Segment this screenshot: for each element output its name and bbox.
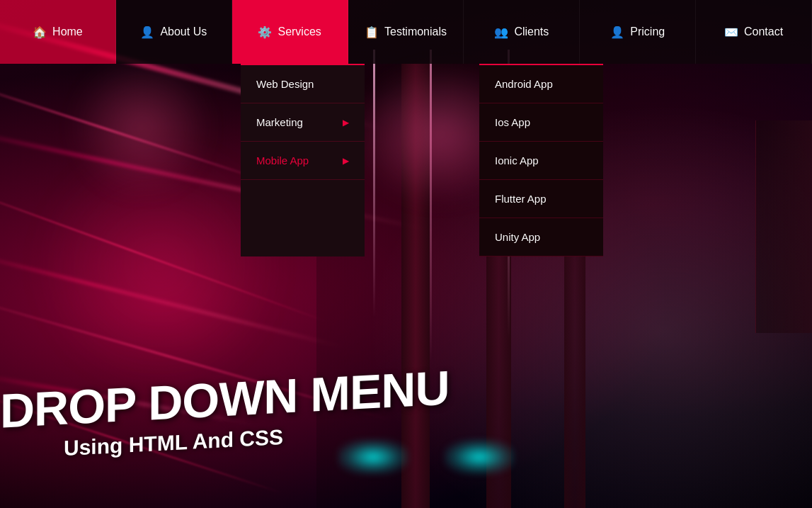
nav-item-home[interactable]: 🏠 Home bbox=[0, 0, 116, 64]
navbar: 🏠 Home 👤 About Us ⚙️ Services 📋 Testimon… bbox=[0, 0, 812, 64]
dropdown-label-android-app: Android App bbox=[495, 78, 553, 90]
dropdown-item-web-design[interactable]: Web Design bbox=[241, 65, 365, 103]
nav-label-contact: Contact bbox=[744, 26, 783, 38]
dropdown-item-mobile-app[interactable]: Mobile App ▶ bbox=[241, 142, 365, 180]
about-icon: 👤 bbox=[140, 26, 154, 39]
dropdown-label-ios-app: Ios App bbox=[495, 116, 530, 128]
dropdown-item-ionic-app[interactable]: Ionic App bbox=[479, 142, 603, 180]
marketing-arrow-icon: ▶ bbox=[343, 118, 349, 128]
nav-item-services[interactable]: ⚙️ Services bbox=[232, 0, 348, 64]
nav-label-home: Home bbox=[52, 26, 83, 38]
nav-item-about[interactable]: 👤 About Us bbox=[116, 0, 232, 64]
dropdown-primary: Web Design Marketing ▶ Mobile App ▶ bbox=[241, 64, 365, 256]
contact-icon: ✉️ bbox=[724, 26, 738, 39]
nav-label-clients: Clients bbox=[514, 26, 549, 38]
home-icon: 🏠 bbox=[33, 26, 47, 39]
dropdown-label-ionic-app: Ionic App bbox=[495, 154, 539, 166]
pricing-icon: 👤 bbox=[610, 26, 624, 39]
dropdown-item-unity-app[interactable]: Unity App bbox=[479, 218, 603, 256]
services-icon: ⚙️ bbox=[258, 26, 272, 39]
nav-label-testimonials: Testimonials bbox=[384, 26, 447, 38]
dropdown-item-android-app[interactable]: Android App bbox=[479, 65, 603, 103]
clients-icon: 👥 bbox=[494, 26, 508, 39]
nav-item-contact[interactable]: ✉️ Contact bbox=[696, 0, 812, 64]
mobile-app-arrow-icon: ▶ bbox=[343, 156, 349, 166]
dropdown-label-mobile-app: Mobile App bbox=[256, 154, 309, 166]
dropdown-item-flutter-app[interactable]: Flutter App bbox=[479, 180, 603, 218]
testimonials-icon: 📋 bbox=[365, 26, 379, 39]
services-dropdown: Web Design Marketing ▶ Mobile App ▶ Andr… bbox=[241, 64, 603, 256]
dropdown-label-unity-app: Unity App bbox=[495, 231, 540, 243]
nav-label-pricing: Pricing bbox=[630, 26, 665, 38]
nav-label-about: About Us bbox=[160, 26, 207, 38]
nav-item-testimonials[interactable]: 📋 Testimonials bbox=[348, 0, 464, 64]
dropdown-secondary: Android App Ios App Ionic App Flutter Ap… bbox=[479, 64, 603, 256]
dropdown-item-marketing[interactable]: Marketing ▶ bbox=[241, 103, 365, 142]
dropdown-label-marketing: Marketing bbox=[256, 116, 303, 128]
nav-label-services: Services bbox=[278, 26, 321, 38]
dropdown-label-web-design: Web Design bbox=[256, 78, 314, 90]
nav-item-pricing[interactable]: 👤 Pricing bbox=[580, 0, 696, 64]
dropdown-label-flutter-app: Flutter App bbox=[495, 193, 547, 205]
dropdown-item-ios-app[interactable]: Ios App bbox=[479, 103, 603, 142]
nav-item-clients[interactable]: 👥 Clients bbox=[464, 0, 580, 64]
